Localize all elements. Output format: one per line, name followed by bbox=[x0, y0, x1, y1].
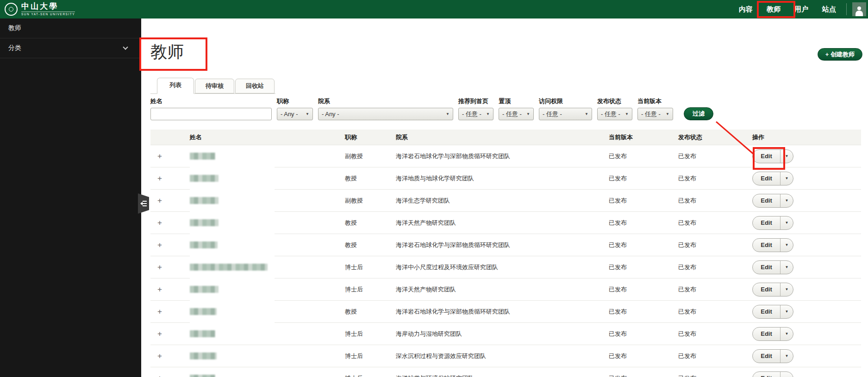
edit-button[interactable]: Edit bbox=[753, 150, 781, 163]
edit-dropdown-toggle[interactable]: ▼ bbox=[781, 194, 793, 207]
promote-filter-select[interactable]: - 任意 - ▼ bbox=[458, 108, 493, 120]
edit-split-button: Edit ▼ bbox=[752, 349, 793, 363]
edit-dropdown-toggle[interactable]: ▼ bbox=[781, 261, 793, 274]
table-row: + 博士后 海洋鲸类与环境保护研究团队 已发布 已发布 Edit ▼ bbox=[150, 367, 861, 377]
col-header-status: 发布状态 bbox=[678, 133, 752, 142]
teacher-dept-cell: 海洋岩石地球化学与深部物质循环研究团队 bbox=[396, 308, 609, 316]
edit-button[interactable]: Edit bbox=[753, 350, 781, 363]
caret-down-icon: ▼ bbox=[785, 265, 789, 269]
select-value: - 任意 - bbox=[502, 110, 522, 118]
publish-status-cell: 已发布 bbox=[678, 374, 752, 377]
redacted-name bbox=[190, 175, 219, 182]
expand-row-icon[interactable]: + bbox=[150, 152, 190, 160]
sticky-filter-select[interactable]: - 任意 - ▼ bbox=[499, 108, 534, 120]
expand-row-icon[interactable]: + bbox=[150, 308, 190, 315]
nav-item-teachers[interactable]: 教师 bbox=[767, 5, 781, 14]
edit-dropdown-toggle[interactable]: ▼ bbox=[781, 216, 793, 229]
redacted-name bbox=[190, 308, 217, 315]
caret-down-icon: ▼ bbox=[486, 112, 490, 116]
edit-button[interactable]: Edit bbox=[753, 216, 781, 229]
edit-dropdown-toggle[interactable]: ▼ bbox=[781, 372, 793, 377]
logo-title: 中山大學 bbox=[21, 2, 75, 10]
nav-item-content[interactable]: 内容 bbox=[739, 5, 753, 14]
teacher-title-cell: 博士后 bbox=[345, 263, 396, 272]
status-filter-select[interactable]: - 任意 - ▼ bbox=[597, 108, 632, 120]
title-filter-label: 职称 bbox=[277, 97, 313, 105]
version-filter-select[interactable]: - 任意 - ▼ bbox=[637, 108, 673, 120]
sidebar-item-teachers[interactable]: 教师 bbox=[0, 19, 141, 38]
current-version-cell: 已发布 bbox=[609, 152, 678, 161]
expand-row-icon[interactable]: + bbox=[150, 374, 190, 377]
select-value: - Any - bbox=[281, 111, 298, 117]
title-filter-select[interactable]: - Any - ▼ bbox=[277, 108, 313, 120]
edit-dropdown-toggle[interactable]: ▼ bbox=[781, 305, 793, 318]
redacted-name bbox=[190, 375, 215, 377]
edit-button[interactable]: Edit bbox=[753, 305, 781, 318]
expand-row-icon[interactable]: + bbox=[150, 219, 190, 227]
teacher-title-cell: 教授 bbox=[345, 241, 396, 249]
current-version-cell: 已发布 bbox=[609, 263, 678, 272]
edit-split-button: Edit ▼ bbox=[752, 305, 793, 319]
expand-row-icon[interactable]: + bbox=[150, 174, 190, 182]
expand-row-icon[interactable]: + bbox=[150, 241, 190, 249]
version-filter-label: 当前版本 bbox=[637, 97, 673, 105]
edit-split-button: Edit ▼ bbox=[752, 371, 793, 377]
edit-dropdown-toggle[interactable]: ▼ bbox=[781, 150, 793, 163]
col-header-title: 职称 bbox=[345, 133, 396, 142]
caret-down-icon: ▼ bbox=[666, 112, 669, 116]
teacher-title-cell: 博士后 bbox=[345, 374, 396, 377]
edit-dropdown-toggle[interactable]: ▼ bbox=[781, 328, 793, 340]
expand-row-icon[interactable]: + bbox=[150, 197, 190, 204]
filter-submit-button[interactable]: 过滤 bbox=[684, 107, 713, 120]
create-teacher-button[interactable]: + 创建教师 bbox=[818, 48, 862, 61]
teacher-dept-cell: 海洋岩石地球化学与深部物质循环研究团队 bbox=[396, 152, 609, 161]
tab-pending-review[interactable]: 待审核 bbox=[195, 79, 234, 93]
current-version-cell: 已发布 bbox=[609, 374, 678, 377]
edit-button[interactable]: Edit bbox=[753, 261, 781, 274]
tab-list[interactable]: 列表 bbox=[157, 78, 194, 94]
dept-filter-select[interactable]: - Any - ▼ bbox=[318, 108, 453, 120]
user-avatar[interactable] bbox=[852, 2, 866, 16]
current-version-cell: 已发布 bbox=[609, 330, 678, 338]
nav-item-site[interactable]: 站点 bbox=[822, 5, 836, 14]
publish-status-cell: 已发布 bbox=[678, 308, 752, 316]
filter-bar: 姓名 职称 - Any - ▼ 院系 - Any - ▼ 推荐到首页 - 任意 … bbox=[150, 97, 713, 120]
edit-split-button: Edit ▼ bbox=[752, 238, 793, 252]
main-content: 教师 + 创建教师 列表 待审核 回收站 姓名 职称 - Any - ▼ 院系 … bbox=[141, 19, 868, 377]
expand-row-icon[interactable]: + bbox=[150, 330, 190, 338]
access-filter-select[interactable]: - 任意 - ▼ bbox=[539, 108, 592, 120]
nav-item-users[interactable]: 用户 bbox=[794, 5, 808, 14]
university-logo[interactable]: 中山大學 SUN YAT-SEN UNIVERSITY bbox=[0, 2, 75, 16]
current-version-cell: 已发布 bbox=[609, 308, 678, 316]
caret-down-icon: ▼ bbox=[625, 112, 629, 116]
edit-split-button: Edit ▼ bbox=[752, 327, 793, 341]
edit-button[interactable]: Edit bbox=[753, 328, 781, 340]
edit-split-button: Edit ▼ bbox=[752, 260, 793, 274]
expand-row-icon[interactable]: + bbox=[150, 352, 190, 360]
publish-status-cell: 已发布 bbox=[678, 263, 752, 272]
publish-status-cell: 已发布 bbox=[678, 197, 752, 205]
caret-down-icon: ▼ bbox=[785, 198, 789, 203]
table-row: + 博士后 深水沉积过程与资源效应研究团队 已发布 已发布 Edit ▼ bbox=[150, 345, 861, 367]
edit-button[interactable]: Edit bbox=[753, 172, 781, 185]
teachers-table: 姓名 职称 院系 当前版本 发布状态 操作 + 副教授 海洋岩石地球化学与深部物… bbox=[150, 130, 861, 377]
teacher-title-cell: 教授 bbox=[345, 219, 396, 227]
teacher-dept-cell: 海洋岩石地球化学与深部物质循环研究团队 bbox=[396, 241, 609, 249]
edit-button[interactable]: Edit bbox=[753, 194, 781, 207]
sidebar-item-categories[interactable]: 分类 bbox=[0, 38, 141, 58]
edit-dropdown-toggle[interactable]: ▼ bbox=[781, 239, 793, 252]
caret-down-icon: ▼ bbox=[785, 287, 789, 291]
name-filter-input[interactable] bbox=[150, 108, 272, 120]
promote-filter-label: 推荐到首页 bbox=[458, 97, 493, 105]
edit-button[interactable]: Edit bbox=[753, 372, 781, 377]
expand-row-icon[interactable]: + bbox=[150, 285, 190, 293]
edit-button[interactable]: Edit bbox=[753, 283, 781, 296]
redacted-name bbox=[190, 264, 268, 271]
edit-dropdown-toggle[interactable]: ▼ bbox=[781, 350, 793, 363]
tab-recycle-bin[interactable]: 回收站 bbox=[235, 79, 275, 93]
edit-dropdown-toggle[interactable]: ▼ bbox=[781, 172, 793, 185]
edit-button[interactable]: Edit bbox=[753, 239, 781, 252]
edit-dropdown-toggle[interactable]: ▼ bbox=[781, 283, 793, 296]
select-value: - 任意 - bbox=[601, 110, 620, 118]
expand-row-icon[interactable]: + bbox=[150, 263, 190, 271]
